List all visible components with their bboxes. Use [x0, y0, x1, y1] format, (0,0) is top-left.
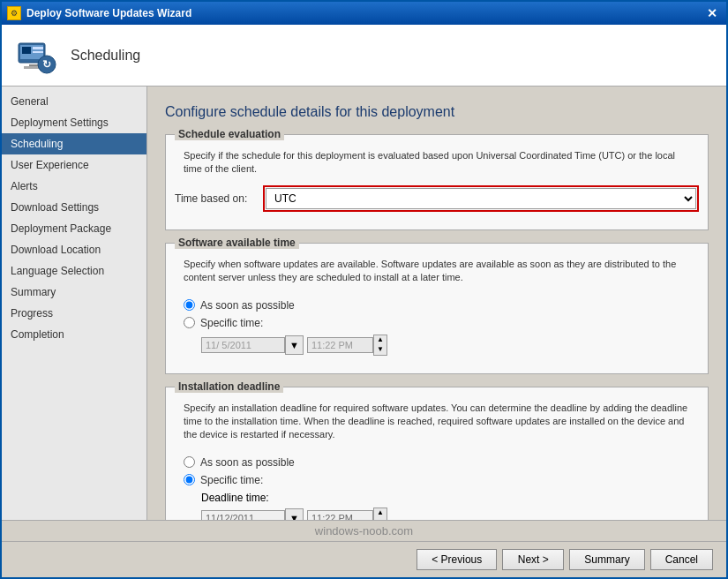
deadline-time-select: 11:22 PM ▲ ▼	[307, 508, 387, 520]
software-time-up-btn: ▲	[374, 335, 387, 345]
deadline-time-label-row: Deadline time:	[201, 492, 690, 504]
deadline-asap-row: As soon as possible	[184, 456, 690, 469]
header-icon: ↻	[15, 34, 57, 77]
deadline-datetime-row: 11/12/2011 ▼ 11:22 PM ▲ ▼	[201, 508, 690, 520]
cancel-button[interactable]: Cancel	[650, 549, 713, 570]
installation-deadline-radios: As soon as possible Specific time: Deadl…	[175, 451, 699, 520]
software-available-desc: Specify when software updates are availa…	[175, 258, 699, 285]
header-bar: ↻ Scheduling	[2, 25, 726, 86]
sidebar: General Deployment Settings Scheduling U…	[2, 86, 147, 520]
svg-rect-3	[33, 47, 43, 49]
sidebar-item-download-location[interactable]: Download Location	[2, 239, 146, 260]
time-based-on-label: Time based on:	[175, 192, 263, 205]
time-based-on-row: Time based on: UTC Client local time	[175, 185, 699, 212]
sidebar-item-user-experience[interactable]: User Experience	[2, 154, 146, 176]
sidebar-item-download-settings[interactable]: Download Settings	[2, 197, 146, 218]
time-based-on-select[interactable]: UTC Client local time	[266, 188, 696, 209]
software-available-section: Software available time Specify when sof…	[165, 243, 709, 374]
software-available-label: Software available time	[175, 237, 299, 249]
svg-rect-2	[22, 47, 31, 54]
page-title: Configure schedule details for this depl…	[165, 104, 709, 120]
schedule-evaluation-label: Schedule evaluation	[175, 128, 284, 140]
software-time-down-btn: ▼	[374, 345, 387, 355]
sidebar-item-progress[interactable]: Progress	[2, 303, 146, 324]
deadline-specific-row: Specific time:	[184, 474, 690, 486]
software-specific-label: Specific time:	[200, 317, 263, 329]
sidebar-item-completion[interactable]: Completion	[2, 324, 146, 345]
software-asap-radio[interactable]	[184, 299, 195, 311]
close-button[interactable]: ✕	[703, 4, 721, 22]
deadline-asap-radio[interactable]	[184, 456, 195, 468]
wizard-icon: ⚙	[7, 6, 21, 20]
software-specific-row: Specific time:	[184, 317, 690, 329]
svg-text:↻: ↻	[42, 58, 51, 71]
deadline-date-input[interactable]: 11/12/2011	[201, 510, 285, 520]
schedule-evaluation-inner: Specify if the schedule for this deploym…	[166, 144, 708, 229]
wizard-window: ⚙ Deploy Software Updates Wizard ✕ ↻ Sch…	[0, 0, 728, 579]
deadline-specific-radio[interactable]	[184, 474, 195, 485]
software-asap-row: As soon as possible	[184, 299, 690, 312]
title-bar: ⚙ Deploy Software Updates Wizard ✕	[2, 2, 726, 25]
sidebar-item-deployment-package[interactable]: Deployment Package	[2, 218, 146, 239]
deadline-time-down-btn[interactable]: ▼	[374, 518, 387, 520]
content-area: General Deployment Settings Scheduling U…	[2, 86, 726, 520]
software-date-dropdown-btn: ▼	[285, 335, 304, 355]
installation-deadline-desc: Specify an installation deadline for req…	[175, 402, 699, 442]
software-datetime-row: 11/ 5/2011 ▼ 11:22 PM ▲ ▼	[201, 335, 690, 356]
software-time-input: 11:22 PM	[307, 337, 373, 353]
deadline-time-up-btn[interactable]: ▲	[374, 508, 387, 518]
next-button[interactable]: Next >	[502, 549, 564, 570]
software-date-input: 11/ 5/2011	[201, 337, 285, 353]
software-time-select: 11:22 PM ▲ ▼	[307, 335, 387, 356]
deadline-date-dropdown-btn[interactable]: ▼	[285, 508, 304, 520]
software-asap-label: As soon as possible	[200, 299, 295, 312]
watermark: windows-noob.com	[2, 521, 726, 541]
deadline-time-spin: ▲ ▼	[373, 508, 387, 520]
software-specific-radio[interactable]	[184, 317, 195, 328]
software-available-inner: Specify when software updates are availa…	[166, 252, 708, 373]
installation-deadline-section: Installation deadline Specify an install…	[165, 387, 709, 520]
deadline-asap-label: As soon as possible	[200, 456, 295, 469]
time-based-on-select-wrapper: UTC Client local time	[263, 185, 699, 212]
window-title: Deploy Software Updates Wizard	[26, 7, 191, 19]
deadline-time-label: Deadline time:	[201, 492, 269, 504]
sidebar-item-general[interactable]: General	[2, 91, 146, 112]
software-date-select: 11/ 5/2011 ▼	[201, 335, 304, 355]
installation-deadline-inner: Specify an installation deadline for req…	[166, 396, 708, 520]
sidebar-item-scheduling[interactable]: Scheduling	[2, 133, 146, 154]
schedule-evaluation-desc: Specify if the schedule for this deploym…	[175, 149, 699, 177]
software-available-radios: As soon as possible Specific time: 11/ 5…	[175, 294, 699, 363]
installation-deadline-label: Installation deadline	[175, 380, 283, 393]
footer-area: windows-noob.com < Previous Next > Summa…	[2, 520, 726, 577]
sidebar-item-deployment-settings[interactable]: Deployment Settings	[2, 112, 146, 133]
sidebar-item-summary[interactable]: Summary	[2, 282, 146, 303]
sidebar-item-alerts[interactable]: Alerts	[2, 176, 146, 197]
svg-rect-4	[33, 51, 43, 53]
footer-buttons: < Previous Next > Summary Cancel	[2, 541, 726, 577]
header-title: Scheduling	[71, 48, 140, 64]
title-bar-left: ⚙ Deploy Software Updates Wizard	[7, 6, 191, 20]
deadline-time-input[interactable]: 11:22 PM	[307, 510, 373, 520]
main-content: Configure schedule details for this depl…	[147, 86, 726, 520]
schedule-evaluation-section: Schedule evaluation Specify if the sched…	[165, 134, 709, 230]
summary-button[interactable]: Summary	[569, 549, 644, 570]
deadline-specific-label: Specific time:	[200, 474, 263, 486]
software-time-spin: ▲ ▼	[373, 335, 387, 356]
deadline-date-select: 11/12/2011 ▼	[201, 508, 304, 520]
previous-button[interactable]: < Previous	[417, 549, 497, 570]
sidebar-item-language-selection[interactable]: Language Selection	[2, 260, 146, 282]
